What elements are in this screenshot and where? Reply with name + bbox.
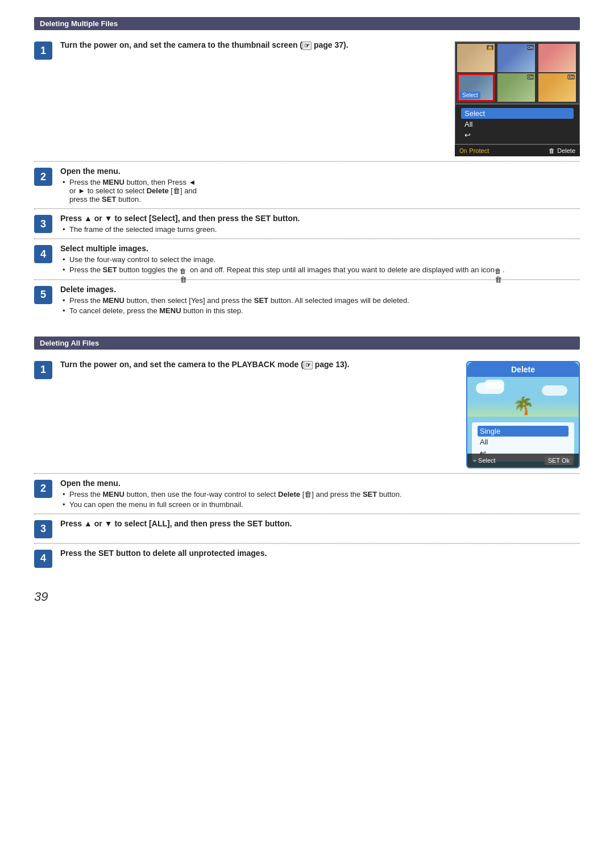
delete-option-all: All: [478, 437, 569, 447]
multiple-step-3-title: Press ▲ or ▼ to select [Select], and the…: [60, 214, 580, 223]
cloud-3: [542, 385, 567, 396]
multiple-step-4-content: Select multiple images. Use the four-way…: [60, 244, 580, 275]
all-step-2-content: Open the menu. Press the MENU button, th…: [60, 479, 580, 509]
menu-btn-label-2: MENU: [103, 296, 125, 305]
menu-btn-label-3: MENU: [159, 306, 181, 315]
step-number-3b: 3: [34, 520, 52, 538]
step-number-1a: 1: [34, 41, 52, 60]
multiple-step-2-bullet-1: Press the MENU button, then Press ◄ or ►…: [69, 178, 580, 203]
all-step-3: 3 Press ▲ or ▼ to select [ALL], and then…: [34, 514, 580, 543]
step-number-3a: 3: [34, 215, 52, 233]
cloud-2: [484, 380, 504, 389]
all-step-4-content: Press the SET button to delete all unpro…: [60, 549, 580, 560]
page-ref-icon: ☞: [302, 41, 312, 50]
set-btn-label-3: SET: [103, 265, 117, 274]
all-step-4-title: Press the SET button to delete all unpro…: [60, 549, 580, 558]
thumb-6-badge: On: [567, 74, 575, 80]
thumb-2-badge: On: [527, 45, 534, 50]
thumb-5: On: [497, 73, 535, 102]
all-step-3-content: Press ▲ or ▼ to select [ALL], and then p…: [60, 519, 580, 530]
multiple-step-5-bullet-1: Press the MENU button, then select [Yes]…: [69, 296, 580, 305]
page-number: 39: [34, 589, 580, 604]
multiple-step-5-content: Delete images. Press the MENU button, th…: [60, 285, 580, 315]
thumb-2: On: [497, 44, 535, 72]
multiple-step-4-body: Use the four-way control to select the i…: [60, 255, 580, 275]
or-label-3: or: [193, 500, 200, 509]
multiple-step-3-bullet-1: The frame of the selected image turns gr…: [69, 225, 580, 234]
or-label-1: or: [69, 186, 76, 195]
delete-dialog-footer: ÷ Select SET Ok: [467, 454, 579, 467]
delete-word: Delete: [147, 186, 169, 195]
menu-select: Select: [461, 108, 574, 119]
step-number-5a: 5: [34, 286, 52, 304]
all-step-4: 4 Press the SET button to delete all unp…: [34, 544, 580, 572]
multiple-step-5: 5 Delete images. Press the MENU button, …: [34, 280, 580, 319]
sky-background: 🌴: [467, 377, 579, 417]
page-ref-icon-2: ☞: [304, 361, 313, 369]
all-step-1-left: 1 Turn the power on, and set the camera …: [34, 360, 455, 379]
thumb-4-selected: Select: [457, 73, 495, 102]
set-btn-label-7: SET: [98, 549, 114, 558]
step-number-4a: 4: [34, 245, 52, 263]
step-number-1b: 1: [34, 361, 52, 379]
camera-bottom-bar: On Protect 🗑 Delete: [455, 144, 580, 156]
multiple-step-4-bullet-2: Press the SET button toggles the 🗑 on an…: [69, 265, 580, 275]
set-btn-label-6: SET: [247, 519, 263, 528]
multiple-step-1-title: Turn the power on, and set the camera to…: [60, 40, 443, 50]
thumb-6: On: [538, 73, 576, 102]
thumb-3: [538, 44, 576, 72]
set-btn-label-5: SET: [363, 490, 377, 499]
thumb-1: 🔒: [457, 44, 495, 72]
multiple-step-4: 4 Select multiple images. Use the four-w…: [34, 239, 580, 280]
all-step-1-title: Turn the power on, and set the camera to…: [60, 360, 455, 369]
deleting-multiple-files-section: Deleting Multiple Files 1 Turn the power…: [34, 17, 580, 319]
step-number-2b: 2: [34, 480, 52, 498]
step-number-2a: 2: [34, 168, 52, 186]
all-step-2-bullet-1: Press the MENU button, then use the four…: [69, 490, 580, 499]
multiple-step-5-bullet-2: To cancel delete, press the MENU button …: [69, 306, 580, 315]
multiple-step-2-content: Open the menu. Press the MENU button, th…: [60, 167, 580, 203]
footer-select-label: ÷ Select: [473, 457, 496, 464]
camera-ui-thumbnail: 🔒 On Select On On: [455, 41, 580, 156]
all-step-1: 1 Turn the power on, and set the camera …: [34, 355, 580, 474]
multiple-step-3: 3 Press ▲ or ▼ to select [Select], and t…: [34, 209, 580, 239]
on-icon: On: [459, 148, 467, 154]
all-step-1-inner: 1 Turn the power on, and set the camera …: [34, 360, 580, 468]
menu-btn-label: MENU: [103, 178, 125, 186]
multiple-step-1-left: 1 Turn the power on, and set the camera …: [34, 40, 443, 60]
multiple-step-4-bullet-1: Use the four-way control to select the i…: [69, 255, 580, 264]
thumb-4-menu: Select: [460, 92, 480, 99]
all-files-header: Deleting All Files: [34, 337, 580, 350]
trash-icon-inline: 🗑: [495, 267, 503, 275]
multiple-step-2: 2 Open the menu. Press the MENU button, …: [34, 162, 580, 209]
menu-btn-label-4: MENU: [103, 490, 125, 499]
all-step-3-title: Press ▲ or ▼ to select [ALL], and then p…: [60, 519, 580, 528]
protect-label: Protect: [469, 147, 489, 154]
multiple-step-3-body: The frame of the selected image turns gr…: [60, 225, 580, 234]
multiple-step-4-title: Select multiple images.: [60, 244, 580, 253]
footer-ok-label: SET Ok: [545, 456, 573, 465]
multiple-step-1: 1 Turn the power on, and set the camera …: [34, 36, 580, 161]
multiple-step-2-title: Open the menu.: [60, 167, 580, 176]
delete-word-2: Delete: [278, 490, 300, 499]
thumbnail-grid: 🔒 On Select On On: [455, 41, 580, 104]
delete-label: 🗑 Delete: [549, 147, 575, 154]
set-btn-label-2: SET: [255, 214, 271, 223]
delete-dialog-ui: Delete 🌴 Single All ↩ ÷ Select SET Ok: [466, 361, 580, 468]
set-btn-label-4: SET: [254, 296, 268, 305]
delete-option-single: Single: [478, 426, 569, 437]
all-step-2-body: Press the MENU button, then use the four…: [60, 490, 580, 509]
all-step-2-title: Open the menu.: [60, 479, 580, 488]
step-number-4b: 4: [34, 550, 52, 568]
or-label-4: or: [94, 519, 102, 528]
multiple-step-5-title: Delete images.: [60, 285, 580, 294]
menu-all: All: [461, 119, 574, 130]
multiple-step-1-content: Turn the power on, and set the camera to…: [60, 40, 443, 52]
or-label-2: or: [94, 214, 102, 223]
set-btn-label-1: SET: [102, 195, 116, 203]
camera-menu-overlay: Select All ↩: [455, 104, 580, 144]
all-step-2: 2 Open the menu. Press the MENU button, …: [34, 474, 580, 514]
palm-tree-icon: 🌴: [513, 396, 534, 416]
delete-dialog-title: Delete: [467, 362, 579, 377]
menu-return: ↩: [461, 130, 574, 140]
